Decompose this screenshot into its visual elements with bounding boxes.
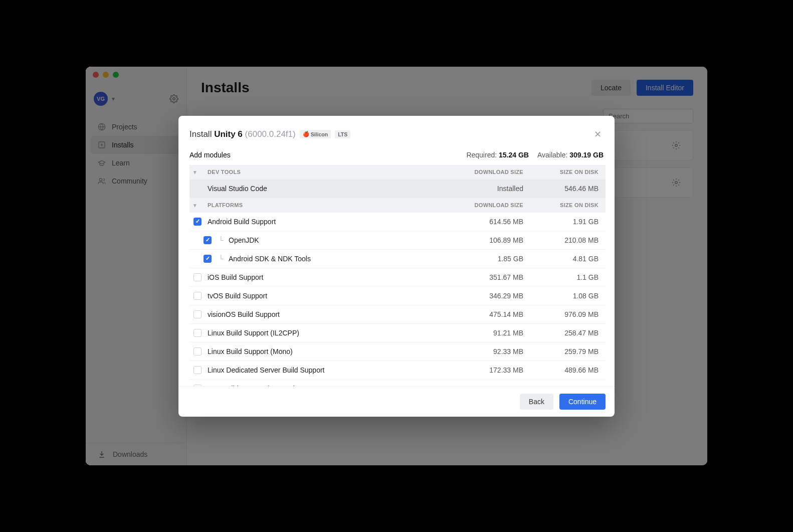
section-name: PLATFORMS — [208, 202, 448, 208]
modules-list: ▾DEV TOOLSDOWNLOAD SIZESIZE ON DISKVisua… — [178, 165, 612, 386]
module-name: Visual Studio Code — [208, 185, 448, 193]
modal-backdrop[interactable]: Install Unity 6 (6000.0.24f1) 🍎 Silicon … — [86, 67, 707, 465]
module-download-size: 91.21 MB — [448, 329, 523, 337]
section-header[interactable]: ▾DEV TOOLSDOWNLOAD SIZESIZE ON DISK — [189, 165, 606, 180]
module-checkbox[interactable] — [193, 366, 202, 374]
continue-button[interactable]: Continue — [559, 394, 606, 410]
module-name: Android SDK & NDK Tools — [218, 255, 448, 263]
module-disk-size: 1.91 GB — [523, 218, 599, 226]
module-name: Linux Build Support (Mono) — [208, 347, 448, 356]
module-download-size: 614.56 MB — [448, 218, 523, 226]
chevron-down-icon: ▾ — [193, 202, 208, 209]
arch-badge: 🍎 Silicon — [300, 130, 331, 138]
module-checkbox[interactable] — [193, 273, 202, 281]
col-download-header: DOWNLOAD SIZE — [448, 202, 523, 208]
module-row: visionOS Build Support475.14 MB976.09 MB — [189, 305, 606, 324]
module-download-size: 1.85 GB — [448, 255, 523, 263]
module-disk-size: 4.81 GB — [523, 255, 599, 263]
module-checkbox[interactable] — [193, 347, 202, 356]
apple-icon: 🍎 — [303, 131, 309, 137]
module-disk-size: 976.09 MB — [523, 310, 599, 318]
module-row: Mac Build Support (IL2CPP)568.12 MB1.78 … — [189, 380, 606, 386]
module-disk-size: 1.08 GB — [523, 292, 599, 300]
module-name: OpenJDK — [218, 236, 448, 244]
module-name: Linux Build Support (IL2CPP) — [208, 329, 448, 337]
module-name: Android Build Support — [208, 218, 448, 226]
section-name: DEV TOOLS — [208, 169, 448, 175]
modal-subtitle: Add modules — [189, 151, 231, 159]
module-name: tvOS Build Support — [208, 292, 448, 300]
module-checkbox[interactable] — [204, 236, 212, 244]
module-disk-size: 259.79 MB — [523, 347, 599, 356]
module-download-size: Installed — [448, 185, 523, 193]
col-disk-header: SIZE ON DISK — [523, 169, 599, 175]
module-download-size: 172.33 MB — [448, 366, 523, 374]
module-checkbox[interactable] — [193, 329, 202, 337]
module-checkbox[interactable] — [193, 218, 202, 226]
module-name: visionOS Build Support — [208, 310, 448, 318]
module-row: Visual Studio CodeInstalled546.46 MB — [189, 180, 606, 198]
col-download-header: DOWNLOAD SIZE — [448, 169, 523, 175]
chevron-down-icon: ▾ — [193, 169, 208, 175]
module-row: Android SDK & NDK Tools1.85 GB4.81 GB — [189, 250, 606, 268]
app-window: VG ▾ Projects Installs Learn — [86, 67, 707, 465]
module-name: iOS Build Support — [208, 273, 448, 281]
module-name: Linux Dedicated Server Build Support — [208, 366, 448, 374]
module-disk-size: 489.66 MB — [523, 366, 599, 374]
module-download-size: 92.33 MB — [448, 347, 523, 356]
module-download-size: 351.67 MB — [448, 273, 523, 281]
module-row: Linux Build Support (IL2CPP)91.21 MB258.… — [189, 324, 606, 342]
modal-title: Install Unity 6 (6000.0.24f1) — [189, 129, 296, 139]
module-disk-size: 258.47 MB — [523, 329, 599, 337]
module-download-size: 106.89 MB — [448, 236, 523, 244]
module-download-size: 346.29 MB — [448, 292, 523, 300]
module-disk-size: 546.46 MB — [523, 185, 599, 193]
module-row: iOS Build Support351.67 MB1.1 GB — [189, 268, 606, 287]
install-modules-modal: Install Unity 6 (6000.0.24f1) 🍎 Silicon … — [178, 116, 615, 417]
module-row: Linux Build Support (Mono)92.33 MB259.79… — [189, 342, 606, 361]
module-row: Linux Dedicated Server Build Support172.… — [189, 361, 606, 380]
module-download-size: 475.14 MB — [448, 310, 523, 318]
back-button[interactable]: Back — [520, 394, 553, 410]
module-disk-size: 1.1 GB — [523, 273, 599, 281]
section-header[interactable]: ▾PLATFORMSDOWNLOAD SIZESIZE ON DISK — [189, 198, 606, 213]
module-checkbox[interactable] — [204, 255, 212, 263]
module-row: Android Build Support614.56 MB1.91 GB — [189, 213, 606, 231]
module-checkbox[interactable] — [193, 310, 202, 318]
close-icon[interactable]: ✕ — [592, 127, 604, 142]
module-checkbox[interactable] — [193, 292, 202, 300]
module-row: tvOS Build Support346.29 MB1.08 GB — [189, 287, 606, 305]
module-row: OpenJDK106.89 MB210.08 MB — [189, 231, 606, 250]
col-disk-header: SIZE ON DISK — [523, 202, 599, 208]
lts-badge: LTS — [335, 130, 350, 138]
module-disk-size: 210.08 MB — [523, 236, 599, 244]
disk-space-summary: Required: 15.24 GB Available: 309.19 GB — [466, 151, 604, 159]
